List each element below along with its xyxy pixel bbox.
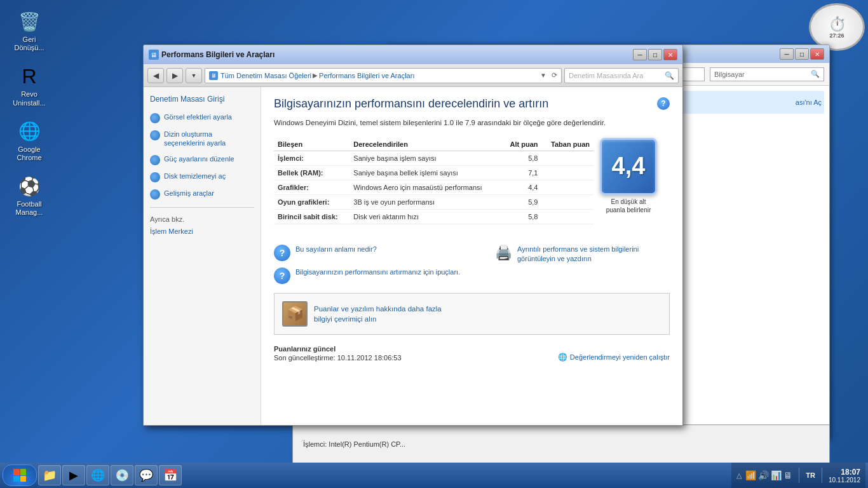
online-info-box: 📦 Puanlar ve yazılım hakkında daha fazla… [274, 293, 670, 335]
revo-label: RevoUninstall... [13, 90, 45, 107]
breadcrumb-separator: ▶ [313, 72, 318, 79]
sidebar: Denetim Masası Girişi Görsel efektleri a… [144, 87, 261, 425]
sidebar-home-link[interactable]: Denetim Masası Girişi [150, 95, 254, 104]
chrome-image: 🌐 [17, 119, 42, 144]
bg-close-button[interactable]: ✕ [810, 48, 824, 60]
refresh-button[interactable]: ⟳ [552, 71, 557, 79]
address-bar[interactable]: 🖥 Tüm Denetim Masası Öğeleri ▶ Performan… [205, 68, 562, 83]
window-title: Performans Bilgileri ve Araçları [161, 50, 275, 59]
address-dropdown[interactable]: ▼ [540, 72, 546, 79]
bg-open-link2[interactable]: ası'nı Aç [796, 98, 822, 106]
cell-basescore [541, 180, 593, 194]
tray-clock[interactable]: 18:07 10.11.2012 [829, 468, 860, 484]
tray-time: 18:07 [829, 468, 860, 477]
close-button[interactable]: ✕ [663, 49, 677, 60]
search-placeholder: Denetim Masasında Ara [569, 72, 665, 79]
revo-uninstaller-icon[interactable]: R RevoUninstall... [6, 61, 52, 109]
score-badge-section: 4,4 En düşük alt puanla belirlenir [600, 138, 670, 214]
titlebar-left: 🖥 Performans Bilgileri ve Araçları [149, 50, 275, 60]
logo-q2 [20, 469, 27, 475]
dropdown-button[interactable]: ▼ [186, 68, 202, 83]
sidebar-item-disk[interactable]: Disk temizlemeyi aç [150, 172, 254, 182]
col-basescore: Taban puan [541, 138, 593, 151]
windows-logo [13, 469, 26, 482]
sidebar-item-power[interactable]: Güç ayarlarını düzenle [150, 154, 254, 165]
bg-maximize-button[interactable]: □ [795, 48, 809, 60]
cell-component: Bellek (RAM): [274, 165, 349, 180]
sidebar-link-indexing: Dizin oluşturma seçeneklerini ayarla [164, 130, 254, 148]
online-link[interactable]: Puanlar ve yazılım hakkında daha fazla b… [314, 305, 442, 323]
tray-chart-icon[interactable]: 📊 [771, 470, 782, 480]
back-button[interactable]: ◀ [147, 68, 164, 83]
taskbar-messenger-btn[interactable]: 💬 [135, 465, 158, 485]
cell-basescore [541, 165, 593, 180]
main-titlebar: 🖥 Performans Bilgileri ve Araçları ─ □ ✕ [144, 45, 682, 64]
revo-image: R [17, 64, 42, 89]
taskbar-explorer-btn[interactable]: 📁 [38, 465, 61, 485]
sidebar-item-action-center[interactable]: İşlem Merkezi [150, 227, 254, 236]
sidebar-item-advanced[interactable]: Gelişmiş araçlar [150, 189, 254, 200]
help-link-meaning[interactable]: Bu sayıların anlamı nedir? [295, 245, 377, 254]
sidebar-link-power: Güç ayarlarını düzenle [164, 154, 234, 163]
taskbar-calendar-btn[interactable]: 📅 [159, 465, 182, 485]
cell-subscore: 7,1 [502, 165, 542, 180]
scores-updated-label: Puanlarınız güncel [274, 345, 402, 353]
sidebar-link-action-center: İşlem Merkezi [150, 227, 193, 236]
calendar-icon: 📅 [163, 468, 177, 482]
sidebar-item-visual[interactable]: Görsel efektleri ayarla [150, 112, 254, 123]
print-link[interactable]: Ayrıntılı performans ve sistem bilgileri… [517, 245, 670, 264]
tray-display-icon[interactable]: 🖥 [783, 470, 792, 480]
logo-q3 [13, 476, 20, 482]
footer-right: 🌐 Değerlendirmeyi yeniden çalıştır [558, 353, 670, 362]
search-box[interactable]: Denetim Masasında Ara 🔍 [564, 68, 679, 83]
breadcrumb: Tüm Denetim Masası Öğeleri ▶ Performans … [220, 72, 538, 79]
system-tray: △ 📶 🔊 📊 🖥 TR 18:07 10.11.2012 [731, 463, 865, 488]
cell-subscore: 4,4 [502, 180, 542, 194]
cell-subscore: 5,9 [502, 194, 542, 209]
start-button[interactable] [3, 464, 37, 486]
recycle-bin-icon[interactable]: 🗑️ Geri Dönüşü... [6, 6, 52, 55]
table-row: Birincil sabit disk: Disk veri aktarım h… [274, 209, 593, 224]
taskbar-dvd-btn[interactable]: 💿 [111, 465, 133, 485]
help-print-section: 🖨️ Ayrıntılı performans ve sistem bilgil… [495, 245, 670, 264]
sidebar-bullet-advanced [150, 189, 160, 200]
tray-volume-icon[interactable]: 🔊 [758, 470, 769, 480]
google-chrome-icon[interactable]: 🌐 Google Chrome [6, 116, 52, 165]
logo-q1 [13, 469, 20, 475]
maximize-button[interactable]: □ [648, 49, 662, 60]
col-rating: Derecelendirilen [349, 138, 502, 151]
mediaplayer-icon: ▶ [69, 468, 78, 482]
cell-component: İşlemci: [274, 151, 349, 165]
breadcrumb-current[interactable]: Performans Bilgileri ve Araçları [319, 72, 414, 79]
taskbar: 📁 ▶ 🌐 💿 💬 📅 △ 📶 🔊 📊 🖥 TR [0, 463, 868, 488]
bg-search-icon: 🔍 [811, 70, 820, 78]
help-link-tips[interactable]: Bilgisayarınızın performansını artırmanı… [295, 268, 460, 277]
minimize-button[interactable]: ─ [633, 49, 647, 60]
taskbar-mediaplayer-btn[interactable]: ▶ [62, 465, 85, 485]
sidebar-item-indexing[interactable]: Dizin oluşturma seçeneklerini ayarla [150, 130, 254, 148]
cell-description: 3B iş ve oyun performansı [349, 194, 502, 209]
help-icon-tips: ? [274, 268, 290, 284]
logo-q4 [20, 476, 27, 482]
breadcrumb-root[interactable]: Tüm Denetim Masası Öğeleri [220, 72, 311, 79]
bg-window-controls: ─ □ ✕ [780, 48, 824, 60]
address-icon: 🖥 [209, 71, 218, 80]
tray-sep2 [822, 468, 822, 483]
tray-network-icon[interactable]: 📶 [745, 470, 756, 480]
score-badge: 4,4 [600, 138, 657, 195]
tray-show-btn[interactable]: △ [736, 471, 742, 480]
tray-language[interactable]: TR [806, 471, 815, 479]
recycle-bin-image: 🗑️ [17, 9, 42, 34]
main-window: 🖥 Performans Bilgileri ve Araçları ─ □ ✕… [143, 44, 683, 426]
bg-search-text: Bilgisayar [714, 71, 745, 78]
football-manager-icon[interactable]: ⚽ FootballManag... [6, 171, 52, 219]
rerun-icon: 🌐 [558, 353, 567, 362]
last-update-date: Son güncelleştirme: 10.11.2012 18:06:53 [274, 354, 402, 362]
help-button[interactable]: ? [657, 97, 670, 110]
taskbar-chrome-btn[interactable]: 🌐 [86, 465, 109, 485]
forward-button[interactable]: ▶ [166, 68, 183, 83]
bg-search-box[interactable]: Bilgisayar 🔍 [710, 67, 824, 81]
sidebar-link-advanced: Gelişmiş araçlar [164, 189, 214, 198]
bg-minimize-button[interactable]: ─ [780, 48, 794, 60]
rerun-link[interactable]: Değerlendirmeyi yeniden çalıştır [570, 353, 670, 361]
